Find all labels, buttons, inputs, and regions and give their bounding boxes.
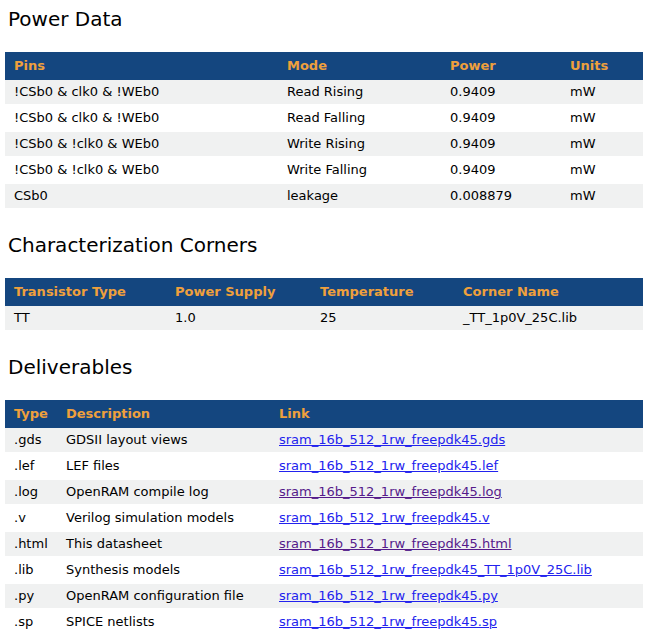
deliverable-link[interactable]: sram_16b_512_1rw_freepdk45_TT_1p0V_25C.l… (279, 562, 592, 577)
power-cell: 0.9409 (441, 157, 561, 183)
link-cell: sram_16b_512_1rw_freepdk45.sp (270, 609, 643, 631)
type-cell: .html (5, 531, 57, 557)
transistor-type-cell: TT (5, 306, 166, 331)
deliverable-link[interactable]: sram_16b_512_1rw_freepdk45.sp (279, 614, 497, 629)
table-row: .spSPICE netlistssram_16b_512_1rw_freepd… (5, 609, 643, 631)
mode-cell: Write Rising (278, 131, 441, 157)
description-cell: GDSII layout views (57, 428, 270, 453)
description-cell: SPICE netlists (57, 609, 270, 631)
units-cell: mW (561, 105, 643, 131)
column-header-description: Description (57, 400, 270, 428)
link-cell: sram_16b_512_1rw_freepdk45.html (270, 531, 643, 557)
table-row: !CSb0 & clk0 & !WEb0Read Rising0.9409mW (5, 80, 643, 105)
units-cell: mW (561, 183, 643, 209)
pins-cell: !CSb0 & !clk0 & WEb0 (5, 131, 278, 157)
pins-cell: !CSb0 & clk0 & !WEb0 (5, 105, 278, 131)
type-cell: .py (5, 583, 57, 609)
table-row: .libSynthesis modelssram_16b_512_1rw_fre… (5, 557, 643, 583)
link-cell: sram_16b_512_1rw_freepdk45.lef (270, 453, 643, 479)
power-data-heading: Power Data (8, 8, 655, 31)
description-cell: OpenRAM compile log (57, 479, 270, 505)
table-row: CSb0leakage0.008879mW (5, 183, 643, 209)
temperature-cell: 25 (311, 306, 454, 331)
table-row: !CSb0 & !clk0 & WEb0Write Rising0.9409mW (5, 131, 643, 157)
power-cell: 0.9409 (441, 80, 561, 105)
column-header-power: Power (441, 52, 561, 80)
column-header-corner-name: Corner Name (454, 278, 643, 306)
type-cell: .lib (5, 557, 57, 583)
deliverable-link[interactable]: sram_16b_512_1rw_freepdk45.lef (279, 458, 498, 473)
mode-cell: Read Rising (278, 80, 441, 105)
datasheet-page: Power Data PinsModePowerUnits!CSb0 & clk… (0, 0, 660, 631)
section-deliverables: Deliverables TypeDescriptionLink.gdsGDSI… (5, 356, 655, 631)
table-row: .logOpenRAM compile logsram_16b_512_1rw_… (5, 479, 643, 505)
column-header-power-supply: Power Supply (166, 278, 311, 306)
description-cell: OpenRAM configuration file (57, 583, 270, 609)
table-row: .pyOpenRAM configuration filesram_16b_51… (5, 583, 643, 609)
deliverable-link[interactable]: sram_16b_512_1rw_freepdk45.py (279, 588, 498, 603)
power-cell: 0.008879 (441, 183, 561, 209)
type-cell: .gds (5, 428, 57, 453)
table-header-row: TypeDescriptionLink (5, 400, 643, 428)
table-header-row: PinsModePowerUnits (5, 52, 643, 80)
mode-cell: Write Falling (278, 157, 441, 183)
power-data-table: PinsModePowerUnits!CSb0 & clk0 & !WEb0Re… (5, 52, 643, 210)
table-row: .htmlThis datasheetsram_16b_512_1rw_free… (5, 531, 643, 557)
link-cell: sram_16b_512_1rw_freepdk45.log (270, 479, 643, 505)
type-cell: .v (5, 505, 57, 531)
table-row: !CSb0 & !clk0 & WEb0Write Falling0.9409m… (5, 157, 643, 183)
description-cell: Synthesis models (57, 557, 270, 583)
table-header-row: Transistor TypePower SupplyTemperatureCo… (5, 278, 643, 306)
column-header-link: Link (270, 400, 643, 428)
deliverable-link[interactable]: sram_16b_512_1rw_freepdk45.gds (279, 432, 505, 447)
table-row: .vVerilog simulation modelssram_16b_512_… (5, 505, 643, 531)
table-row: !CSb0 & clk0 & !WEb0Read Falling0.9409mW (5, 105, 643, 131)
column-header-mode: Mode (278, 52, 441, 80)
units-cell: mW (561, 80, 643, 105)
pins-cell: !CSb0 & !clk0 & WEb0 (5, 157, 278, 183)
deliverables-table: TypeDescriptionLink.gdsGDSII layout view… (5, 400, 643, 631)
deliverable-link[interactable]: sram_16b_512_1rw_freepdk45.log (279, 484, 502, 499)
description-cell: This datasheet (57, 531, 270, 557)
table-row: .lefLEF filessram_16b_512_1rw_freepdk45.… (5, 453, 643, 479)
type-cell: .lef (5, 453, 57, 479)
table-row: .gdsGDSII layout viewssram_16b_512_1rw_f… (5, 428, 643, 453)
characterization-corners-table: Transistor TypePower SupplyTemperatureCo… (5, 278, 643, 332)
link-cell: sram_16b_512_1rw_freepdk45.gds (270, 428, 643, 453)
type-cell: .log (5, 479, 57, 505)
units-cell: mW (561, 131, 643, 157)
power-cell: 0.9409 (441, 105, 561, 131)
mode-cell: Read Falling (278, 105, 441, 131)
link-cell: sram_16b_512_1rw_freepdk45.v (270, 505, 643, 531)
mode-cell: leakage (278, 183, 441, 209)
pins-cell: CSb0 (5, 183, 278, 209)
column-header-units: Units (561, 52, 643, 80)
deliverables-heading: Deliverables (8, 356, 655, 379)
pins-cell: !CSb0 & clk0 & !WEb0 (5, 80, 278, 105)
corner-name-cell: _TT_1p0V_25C.lib (454, 306, 643, 331)
section-characterization-corners: Characterization Corners Transistor Type… (5, 234, 655, 332)
type-cell: .sp (5, 609, 57, 631)
units-cell: mW (561, 157, 643, 183)
description-cell: LEF files (57, 453, 270, 479)
table-row: TT1.025_TT_1p0V_25C.lib (5, 306, 643, 331)
column-header-transistor-type: Transistor Type (5, 278, 166, 306)
description-cell: Verilog simulation models (57, 505, 270, 531)
power-cell: 0.9409 (441, 131, 561, 157)
column-header-pins: Pins (5, 52, 278, 80)
characterization-corners-heading: Characterization Corners (8, 234, 655, 257)
power-supply-cell: 1.0 (166, 306, 311, 331)
deliverable-link[interactable]: sram_16b_512_1rw_freepdk45.html (279, 536, 512, 551)
link-cell: sram_16b_512_1rw_freepdk45_TT_1p0V_25C.l… (270, 557, 643, 583)
column-header-temperature: Temperature (311, 278, 454, 306)
section-power-data: Power Data PinsModePowerUnits!CSb0 & clk… (5, 8, 655, 210)
link-cell: sram_16b_512_1rw_freepdk45.py (270, 583, 643, 609)
deliverable-link[interactable]: sram_16b_512_1rw_freepdk45.v (279, 510, 490, 525)
column-header-type: Type (5, 400, 57, 428)
